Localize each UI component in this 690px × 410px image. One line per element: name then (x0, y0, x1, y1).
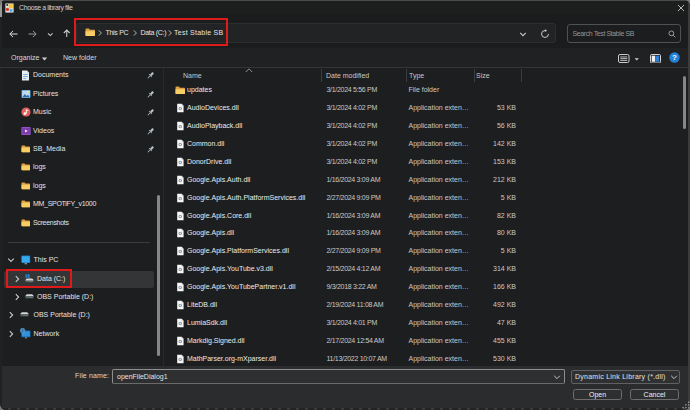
svg-text:?: ? (672, 53, 677, 62)
